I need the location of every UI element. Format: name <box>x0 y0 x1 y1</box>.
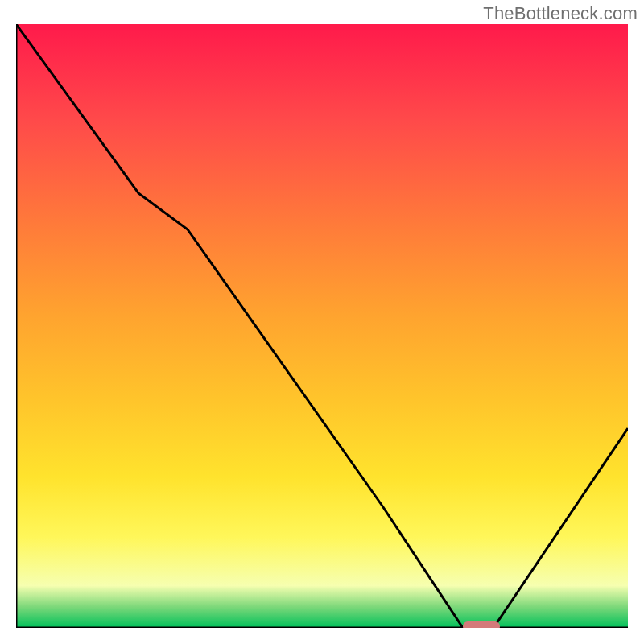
plot-svg <box>16 24 628 628</box>
bottleneck-curve <box>16 24 628 628</box>
optimal-marker <box>463 621 500 628</box>
chart-container: TheBottleneck.com <box>0 0 644 644</box>
axis-frame <box>16 24 628 628</box>
plot-area <box>16 24 628 628</box>
watermark-text: TheBottleneck.com <box>483 3 638 24</box>
